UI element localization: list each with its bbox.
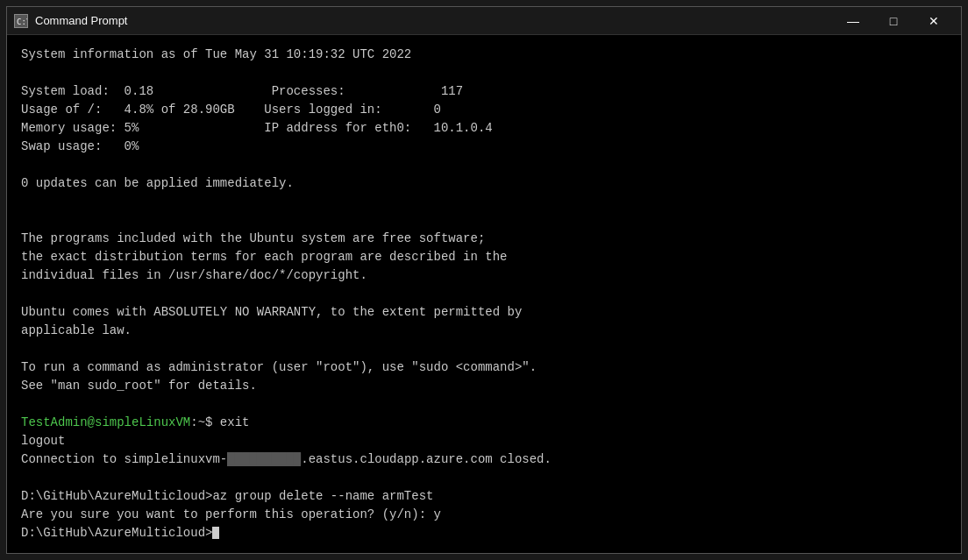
terminal-output[interactable]: System information as of Tue May 31 10:1… bbox=[7, 35, 961, 553]
sudo-line-1: To run a command as administrator (user … bbox=[21, 358, 947, 377]
title-bar: C:\ Command Prompt — □ ✕ bbox=[7, 7, 961, 35]
win-prompt-az-line: D:\GitHub\AzureMulticloud>az group delet… bbox=[21, 487, 947, 506]
title-bar-left: C:\ Command Prompt bbox=[14, 14, 127, 28]
programs-line-3: individual files in /usr/share/doc/*/cop… bbox=[21, 266, 947, 285]
blank-line-8 bbox=[21, 469, 947, 487]
blank-line-6 bbox=[21, 340, 947, 358]
sudo-line-2: See "man sudo_root" for details. bbox=[21, 377, 947, 395]
updates-line: 0 updates can be applied immediately. bbox=[21, 174, 947, 193]
final-prompt-line: D:\GitHub\AzureMulticloud> bbox=[21, 524, 947, 542]
blank-line-3 bbox=[21, 193, 947, 211]
memory-line: Memory usage: 5% IP address for eth0: 10… bbox=[21, 119, 947, 138]
close-button[interactable]: ✕ bbox=[914, 7, 954, 35]
blank-line-2 bbox=[21, 156, 947, 174]
prompt-suffix: :~$ bbox=[190, 415, 220, 429]
warranty-line-1: Ubuntu comes with ABSOLUTELY NO WARRANTY… bbox=[21, 303, 947, 322]
blank-line-7 bbox=[21, 395, 947, 414]
svg-text:C:\: C:\ bbox=[17, 18, 27, 26]
minimize-button[interactable]: — bbox=[833, 7, 873, 35]
logout-line: logout bbox=[21, 432, 947, 450]
terminal-icon: C:\ bbox=[14, 14, 28, 28]
sysinfo-header-line: System information as of Tue May 31 10:1… bbox=[21, 46, 947, 64]
sysload-line: System load: 0.18 Processes: 117 bbox=[21, 82, 947, 101]
command-prompt-window: C:\ Command Prompt — □ ✕ System informat… bbox=[6, 6, 962, 554]
connection-closed-line: Connection to simplelinuxvm-██████████.e… bbox=[21, 450, 947, 469]
cursor-blink bbox=[212, 527, 219, 539]
warranty-line-2: applicable law. bbox=[21, 322, 947, 340]
maximize-button[interactable]: □ bbox=[873, 7, 914, 35]
cmd-exit: exit bbox=[220, 415, 250, 429]
exit-prompt-line: TestAdmin@simpleLinuxVM:~$ exit bbox=[21, 414, 947, 432]
blank-line-4 bbox=[21, 211, 947, 230]
swap-line: Swap usage: 0% bbox=[21, 138, 947, 156]
blank-line-1 bbox=[21, 64, 947, 82]
usage-line: Usage of /: 4.8% of 28.90GB Users logged… bbox=[21, 101, 947, 119]
programs-line-2: the exact distribution terms for each pr… bbox=[21, 248, 947, 266]
confirm-line: Are you sure you want to perform this op… bbox=[21, 506, 947, 524]
prompt-user: TestAdmin@simpleLinuxVM bbox=[21, 415, 190, 429]
blank-line-5 bbox=[21, 285, 947, 303]
window-controls: — □ ✕ bbox=[833, 7, 954, 35]
window-title: Command Prompt bbox=[35, 14, 127, 27]
programs-line-1: The programs included with the Ubuntu sy… bbox=[21, 230, 947, 248]
